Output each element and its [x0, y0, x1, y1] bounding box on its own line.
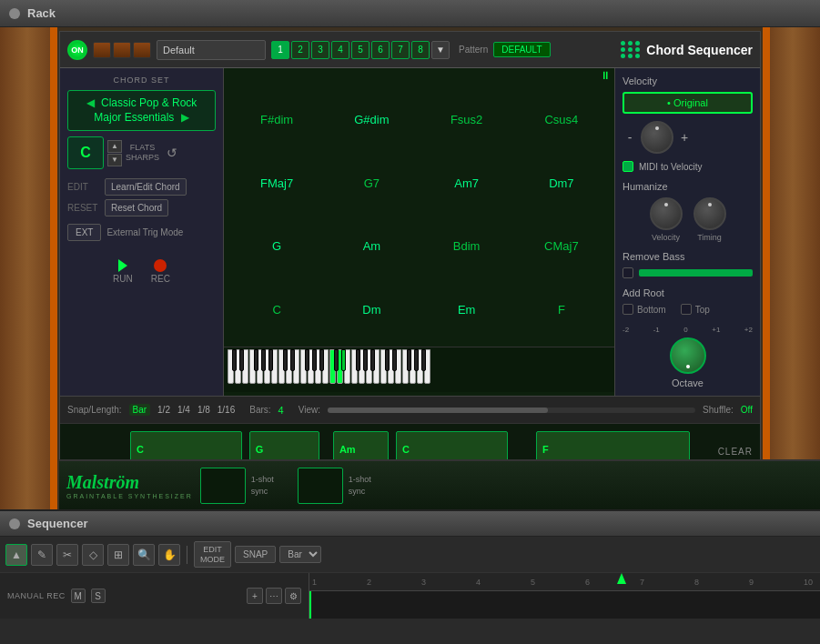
chord-set-next-icon[interactable]: ▶ [181, 111, 189, 126]
snap-option-half[interactable]: 1/2 [157, 405, 170, 415]
root-down-btn[interactable]: ▼ [107, 154, 122, 166]
refresh-icon[interactable]: ↺ [167, 146, 177, 160]
black-key[interactable] [305, 349, 309, 371]
track-pattern-button[interactable]: ⋯ [266, 588, 282, 604]
chord-set-label: CHORD SET [67, 75, 216, 85]
track-add-button[interactable]: + [247, 588, 263, 604]
chord-cell-dm7[interactable]: Dm7 [516, 154, 607, 214]
chord-cell-am7[interactable]: Am7 [421, 154, 512, 214]
track-settings-button[interactable]: ⚙ [285, 588, 301, 604]
black-key[interactable] [268, 349, 273, 371]
chord-cell-g7[interactable]: G7 [326, 154, 417, 214]
velocity-minus-button[interactable]: - [623, 130, 637, 145]
pattern-arrow[interactable]: ▼ [431, 41, 450, 59]
ext-button[interactable]: EXT [67, 224, 101, 241]
chord-cell-fdim[interactable]: F#dim [231, 90, 322, 150]
black-key[interactable] [421, 349, 426, 371]
clear-button[interactable]: CLEAR [718, 446, 753, 456]
black-key[interactable] [283, 349, 288, 371]
toolbar-btn-2[interactable] [113, 42, 131, 58]
black-key[interactable] [334, 349, 339, 371]
velocity-plus-button[interactable]: + [677, 130, 692, 145]
chord-cell-em[interactable]: Em [421, 280, 512, 340]
seq-track-area: MANUAL REC M S + ⋯ ⚙ 12345678910 [0, 573, 820, 619]
chord-set-name[interactable]: ◀ Classic Pop & Rock Major Essentials ▶ [67, 90, 216, 131]
root-up-btn[interactable]: ▲ [107, 140, 122, 153]
cs-title-text: Chord Sequencer [646, 43, 753, 57]
tool-pencil[interactable]: ✎ [31, 544, 53, 566]
black-key[interactable] [407, 349, 411, 371]
pattern-btn-3[interactable]: 3 [311, 41, 329, 59]
chord-cell-fmaj7[interactable]: FMaj7 [231, 154, 322, 214]
pattern-btn-1[interactable]: 1 [271, 41, 289, 59]
pattern-btn-6[interactable]: 6 [371, 41, 390, 59]
chord-cell-csus4[interactable]: Csus4 [516, 90, 607, 150]
pattern-btn-7[interactable]: 7 [391, 41, 410, 59]
root-arrows: ▲ ▼ [107, 140, 122, 166]
tool-diamond[interactable]: ◇ [82, 544, 104, 566]
track-s-button[interactable]: S [91, 589, 106, 603]
black-key[interactable] [356, 349, 360, 371]
snap-option-sixteenth[interactable]: 1/16 [218, 405, 235, 415]
pattern-btn-2[interactable]: 2 [291, 41, 309, 59]
humanize-velocity-knob[interactable] [650, 197, 683, 230]
tool-hand[interactable]: ✋ [158, 544, 180, 566]
snap-option-bar[interactable]: Bar [129, 404, 151, 416]
original-button[interactable]: • Original [623, 92, 753, 114]
black-key[interactable] [312, 349, 317, 371]
chord-set-prev-icon[interactable]: ◀ [86, 96, 95, 111]
learn-edit-chord-button[interactable]: Learn/Edit Chord [105, 178, 187, 196]
midi-to-velocity-checkbox[interactable] [623, 161, 633, 172]
black-key[interactable] [392, 349, 397, 371]
pattern-btn-5[interactable]: 5 [351, 41, 370, 59]
pattern-btn-4[interactable]: 4 [331, 41, 349, 59]
root-key[interactable]: C [67, 136, 104, 169]
track-m-button[interactable]: M [71, 589, 86, 603]
snap-button[interactable]: SNAP [235, 546, 276, 563]
black-key[interactable] [319, 349, 324, 371]
add-root-top-checkbox[interactable] [681, 304, 692, 315]
tool-grid[interactable]: ⊞ [107, 544, 129, 566]
black-key[interactable] [363, 349, 368, 371]
black-key[interactable] [254, 349, 258, 371]
velocity-knob[interactable] [641, 121, 673, 154]
black-key[interactable] [239, 349, 244, 371]
toolbar-btn-1[interactable] [93, 42, 111, 58]
pattern-btn-8[interactable]: 8 [411, 41, 430, 59]
tool-select[interactable]: ▲ [5, 544, 27, 566]
tool-zoom[interactable]: 🔍 [133, 544, 155, 566]
chord-cell-f[interactable]: F [516, 280, 607, 340]
black-key[interactable] [290, 349, 295, 371]
snap-option-quarter[interactable]: 1/4 [177, 405, 190, 415]
view-slider[interactable] [328, 408, 695, 413]
chord-cell-bdim[interactable]: Bdim [421, 216, 512, 277]
chord-cell-gsdim[interactable]: G#dim [326, 90, 417, 150]
snap-option-eighth[interactable]: 1/8 [197, 405, 210, 415]
humanize-timing-label: Timing [697, 233, 722, 242]
chord-cell-g[interactable]: G [231, 216, 322, 277]
remove-bass-checkbox[interactable] [623, 267, 633, 278]
chord-cell-fsus2[interactable]: Fsus2 [421, 90, 512, 150]
edit-mode-button[interactable]: EDITMODE [194, 541, 231, 569]
toolbar-btn-3[interactable] [133, 42, 151, 58]
black-key[interactable] [370, 349, 375, 371]
black-key[interactable] [414, 349, 419, 371]
black-key[interactable] [232, 349, 237, 371]
reset-chord-button[interactable]: Reset Chord [105, 199, 168, 216]
black-key[interactable] [261, 349, 266, 371]
black-key[interactable] [385, 349, 390, 371]
chord-cell-dm[interactable]: Dm [326, 280, 417, 340]
add-root-bottom-checkbox[interactable] [623, 304, 633, 315]
humanize-timing-knob[interactable] [693, 197, 726, 230]
octave-knob[interactable] [670, 337, 706, 374]
preset-dropdown[interactable]: Default [157, 40, 266, 60]
run-button[interactable] [118, 259, 127, 272]
chord-cell-am[interactable]: Am [326, 216, 417, 277]
power-button[interactable]: ON [67, 40, 87, 60]
chord-cell-c[interactable]: C [231, 280, 322, 340]
tool-eraser[interactable]: ✂ [56, 544, 78, 566]
time-select[interactable]: Bar 1/2 1/4 [279, 546, 321, 563]
black-key[interactable] [341, 349, 346, 371]
chord-cell-cmaj7[interactable]: CMaj7 [516, 216, 607, 277]
rec-button[interactable] [154, 259, 167, 272]
